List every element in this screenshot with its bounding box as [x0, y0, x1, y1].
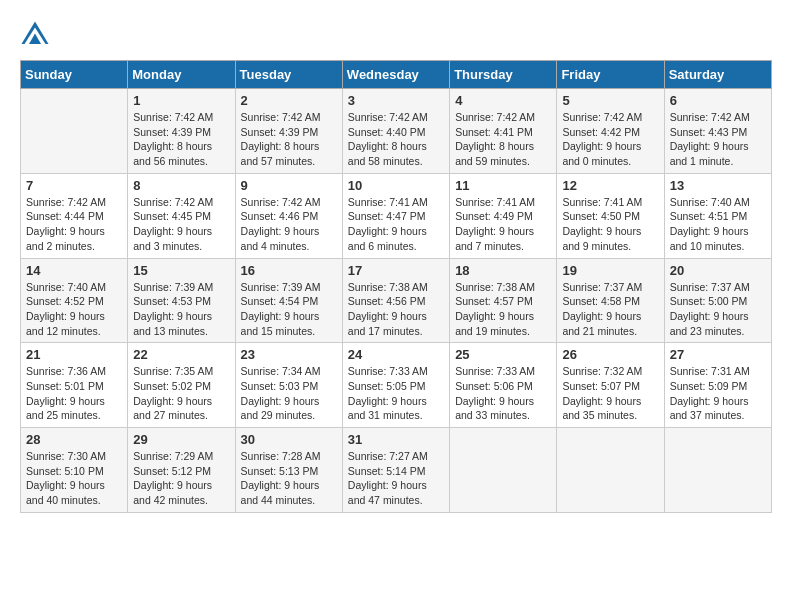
day-number: 20: [670, 263, 766, 278]
calendar-day-cell: 26Sunrise: 7:32 AM Sunset: 5:07 PM Dayli…: [557, 343, 664, 428]
day-number: 21: [26, 347, 122, 362]
day-number: 16: [241, 263, 337, 278]
calendar-day-cell: 29Sunrise: 7:29 AM Sunset: 5:12 PM Dayli…: [128, 428, 235, 513]
calendar-day-cell: 18Sunrise: 7:38 AM Sunset: 4:57 PM Dayli…: [450, 258, 557, 343]
day-of-week-header: Saturday: [664, 61, 771, 89]
day-number: 10: [348, 178, 444, 193]
day-number: 3: [348, 93, 444, 108]
calendar-week-row: 14Sunrise: 7:40 AM Sunset: 4:52 PM Dayli…: [21, 258, 772, 343]
calendar-day-cell: 14Sunrise: 7:40 AM Sunset: 4:52 PM Dayli…: [21, 258, 128, 343]
day-number: 24: [348, 347, 444, 362]
day-info: Sunrise: 7:30 AM Sunset: 5:10 PM Dayligh…: [26, 449, 122, 508]
calendar-day-cell: 20Sunrise: 7:37 AM Sunset: 5:00 PM Dayli…: [664, 258, 771, 343]
calendar-day-cell: 9Sunrise: 7:42 AM Sunset: 4:46 PM Daylig…: [235, 173, 342, 258]
calendar-day-cell: 25Sunrise: 7:33 AM Sunset: 5:06 PM Dayli…: [450, 343, 557, 428]
day-number: 6: [670, 93, 766, 108]
day-number: 22: [133, 347, 229, 362]
day-info: Sunrise: 7:42 AM Sunset: 4:44 PM Dayligh…: [26, 195, 122, 254]
calendar-week-row: 21Sunrise: 7:36 AM Sunset: 5:01 PM Dayli…: [21, 343, 772, 428]
day-info: Sunrise: 7:33 AM Sunset: 5:05 PM Dayligh…: [348, 364, 444, 423]
day-info: Sunrise: 7:35 AM Sunset: 5:02 PM Dayligh…: [133, 364, 229, 423]
day-number: 1: [133, 93, 229, 108]
day-number: 19: [562, 263, 658, 278]
day-info: Sunrise: 7:38 AM Sunset: 4:57 PM Dayligh…: [455, 280, 551, 339]
day-number: 8: [133, 178, 229, 193]
calendar-day-cell: 27Sunrise: 7:31 AM Sunset: 5:09 PM Dayli…: [664, 343, 771, 428]
calendar-day-cell: [450, 428, 557, 513]
day-info: Sunrise: 7:41 AM Sunset: 4:49 PM Dayligh…: [455, 195, 551, 254]
day-number: 31: [348, 432, 444, 447]
day-info: Sunrise: 7:37 AM Sunset: 5:00 PM Dayligh…: [670, 280, 766, 339]
day-info: Sunrise: 7:38 AM Sunset: 4:56 PM Dayligh…: [348, 280, 444, 339]
day-of-week-header: Wednesday: [342, 61, 449, 89]
day-number: 12: [562, 178, 658, 193]
day-info: Sunrise: 7:37 AM Sunset: 4:58 PM Dayligh…: [562, 280, 658, 339]
calendar-day-cell: 16Sunrise: 7:39 AM Sunset: 4:54 PM Dayli…: [235, 258, 342, 343]
calendar-day-cell: 2Sunrise: 7:42 AM Sunset: 4:39 PM Daylig…: [235, 89, 342, 174]
day-number: 29: [133, 432, 229, 447]
day-of-week-header: Sunday: [21, 61, 128, 89]
calendar-day-cell: [664, 428, 771, 513]
calendar-week-row: 1Sunrise: 7:42 AM Sunset: 4:39 PM Daylig…: [21, 89, 772, 174]
day-info: Sunrise: 7:42 AM Sunset: 4:40 PM Dayligh…: [348, 110, 444, 169]
day-info: Sunrise: 7:42 AM Sunset: 4:39 PM Dayligh…: [133, 110, 229, 169]
day-info: Sunrise: 7:36 AM Sunset: 5:01 PM Dayligh…: [26, 364, 122, 423]
calendar-header: SundayMondayTuesdayWednesdayThursdayFrid…: [21, 61, 772, 89]
day-number: 28: [26, 432, 122, 447]
calendar-day-cell: 31Sunrise: 7:27 AM Sunset: 5:14 PM Dayli…: [342, 428, 449, 513]
day-number: 27: [670, 347, 766, 362]
day-number: 7: [26, 178, 122, 193]
calendar-day-cell: [557, 428, 664, 513]
calendar-day-cell: 24Sunrise: 7:33 AM Sunset: 5:05 PM Dayli…: [342, 343, 449, 428]
day-number: 30: [241, 432, 337, 447]
day-of-week-header: Friday: [557, 61, 664, 89]
calendar-day-cell: 30Sunrise: 7:28 AM Sunset: 5:13 PM Dayli…: [235, 428, 342, 513]
calendar-day-cell: 8Sunrise: 7:42 AM Sunset: 4:45 PM Daylig…: [128, 173, 235, 258]
day-number: 14: [26, 263, 122, 278]
day-info: Sunrise: 7:42 AM Sunset: 4:45 PM Dayligh…: [133, 195, 229, 254]
day-info: Sunrise: 7:41 AM Sunset: 4:50 PM Dayligh…: [562, 195, 658, 254]
day-number: 11: [455, 178, 551, 193]
day-info: Sunrise: 7:32 AM Sunset: 5:07 PM Dayligh…: [562, 364, 658, 423]
day-info: Sunrise: 7:42 AM Sunset: 4:46 PM Dayligh…: [241, 195, 337, 254]
day-info: Sunrise: 7:42 AM Sunset: 4:39 PM Dayligh…: [241, 110, 337, 169]
day-number: 26: [562, 347, 658, 362]
day-of-week-header: Tuesday: [235, 61, 342, 89]
day-number: 4: [455, 93, 551, 108]
day-number: 23: [241, 347, 337, 362]
page-header: [20, 20, 772, 50]
calendar-day-cell: 12Sunrise: 7:41 AM Sunset: 4:50 PM Dayli…: [557, 173, 664, 258]
calendar-day-cell: 19Sunrise: 7:37 AM Sunset: 4:58 PM Dayli…: [557, 258, 664, 343]
calendar-day-cell: 11Sunrise: 7:41 AM Sunset: 4:49 PM Dayli…: [450, 173, 557, 258]
day-info: Sunrise: 7:39 AM Sunset: 4:54 PM Dayligh…: [241, 280, 337, 339]
day-info: Sunrise: 7:34 AM Sunset: 5:03 PM Dayligh…: [241, 364, 337, 423]
day-info: Sunrise: 7:29 AM Sunset: 5:12 PM Dayligh…: [133, 449, 229, 508]
calendar-day-cell: 17Sunrise: 7:38 AM Sunset: 4:56 PM Dayli…: [342, 258, 449, 343]
day-of-week-header: Monday: [128, 61, 235, 89]
calendar-day-cell: 23Sunrise: 7:34 AM Sunset: 5:03 PM Dayli…: [235, 343, 342, 428]
day-number: 17: [348, 263, 444, 278]
calendar-day-cell: 10Sunrise: 7:41 AM Sunset: 4:47 PM Dayli…: [342, 173, 449, 258]
calendar-day-cell: 7Sunrise: 7:42 AM Sunset: 4:44 PM Daylig…: [21, 173, 128, 258]
day-info: Sunrise: 7:42 AM Sunset: 4:43 PM Dayligh…: [670, 110, 766, 169]
day-number: 15: [133, 263, 229, 278]
calendar-week-row: 7Sunrise: 7:42 AM Sunset: 4:44 PM Daylig…: [21, 173, 772, 258]
day-number: 18: [455, 263, 551, 278]
day-info: Sunrise: 7:39 AM Sunset: 4:53 PM Dayligh…: [133, 280, 229, 339]
day-info: Sunrise: 7:33 AM Sunset: 5:06 PM Dayligh…: [455, 364, 551, 423]
day-info: Sunrise: 7:42 AM Sunset: 4:41 PM Dayligh…: [455, 110, 551, 169]
calendar-day-cell: 1Sunrise: 7:42 AM Sunset: 4:39 PM Daylig…: [128, 89, 235, 174]
calendar-day-cell: [21, 89, 128, 174]
calendar-day-cell: 5Sunrise: 7:42 AM Sunset: 4:42 PM Daylig…: [557, 89, 664, 174]
day-info: Sunrise: 7:42 AM Sunset: 4:42 PM Dayligh…: [562, 110, 658, 169]
calendar-day-cell: 15Sunrise: 7:39 AM Sunset: 4:53 PM Dayli…: [128, 258, 235, 343]
day-info: Sunrise: 7:31 AM Sunset: 5:09 PM Dayligh…: [670, 364, 766, 423]
day-info: Sunrise: 7:40 AM Sunset: 4:52 PM Dayligh…: [26, 280, 122, 339]
logo-icon: [20, 20, 50, 50]
day-number: 13: [670, 178, 766, 193]
calendar-table: SundayMondayTuesdayWednesdayThursdayFrid…: [20, 60, 772, 513]
calendar-day-cell: 21Sunrise: 7:36 AM Sunset: 5:01 PM Dayli…: [21, 343, 128, 428]
day-info: Sunrise: 7:28 AM Sunset: 5:13 PM Dayligh…: [241, 449, 337, 508]
calendar-day-cell: 6Sunrise: 7:42 AM Sunset: 4:43 PM Daylig…: [664, 89, 771, 174]
logo: [20, 20, 54, 50]
